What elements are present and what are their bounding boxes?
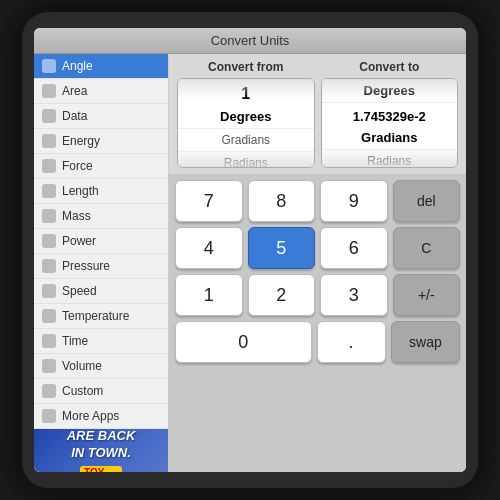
area-icon: [42, 84, 56, 98]
to-unit-selected: Gradians: [322, 126, 458, 150]
key-del[interactable]: del: [393, 180, 461, 222]
from-option-2: Radians: [178, 152, 314, 168]
to-picker[interactable]: Degrees 1.745329e-2 Gradians Radians: [321, 78, 459, 168]
sidebar-item-data[interactable]: Data: [34, 104, 168, 129]
key----[interactable]: +/-: [393, 274, 461, 316]
sidebar-ad[interactable]: THE TOYSARE BACKIN TOWN. TOYSTORY: [34, 429, 168, 472]
convert-to-label: Convert to: [321, 60, 459, 74]
key-swap[interactable]: swap: [391, 321, 460, 363]
force-icon: [42, 159, 56, 173]
sidebar-label-force: Force: [62, 159, 93, 173]
sidebar-label-pressure: Pressure: [62, 259, 110, 273]
key-0[interactable]: 0: [175, 321, 312, 363]
key-3[interactable]: 3: [320, 274, 388, 316]
sidebar-label-more: More Apps: [62, 409, 119, 423]
title-bar: Convert Units: [34, 28, 466, 54]
keypad-row-0: 789del: [175, 180, 460, 222]
ipad-frame: Convert Units AngleAreaDataEnergyForceLe…: [20, 10, 480, 490]
key-C[interactable]: C: [393, 227, 461, 269]
sidebar-item-temperature[interactable]: Temperature: [34, 304, 168, 329]
temperature-icon: [42, 309, 56, 323]
time-icon: [42, 334, 56, 348]
volume-icon: [42, 359, 56, 373]
more-icon: [42, 409, 56, 423]
key-7[interactable]: 7: [175, 180, 243, 222]
length-icon: [42, 184, 56, 198]
from-option-1: Gradians: [178, 129, 314, 152]
keypad: 789del456C123+/-0.swap: [169, 174, 466, 472]
sidebar-item-length[interactable]: Length: [34, 179, 168, 204]
key-5[interactable]: 5: [248, 227, 316, 269]
sidebar-item-power[interactable]: Power: [34, 229, 168, 254]
keypad-row-2: 123+/-: [175, 274, 460, 316]
mass-icon: [42, 209, 56, 223]
keypad-row-1: 456C: [175, 227, 460, 269]
sidebar-item-force[interactable]: Force: [34, 154, 168, 179]
custom-icon: [42, 384, 56, 398]
sidebar-label-area: Area: [62, 84, 87, 98]
sidebar-label-data: Data: [62, 109, 87, 123]
key-2[interactable]: 2: [248, 274, 316, 316]
key-1[interactable]: 1: [175, 274, 243, 316]
key-4[interactable]: 4: [175, 227, 243, 269]
sidebar-item-pressure[interactable]: Pressure: [34, 254, 168, 279]
from-value: 1: [178, 79, 314, 105]
ad-badge: TOYSTORY: [80, 466, 122, 472]
right-panel: Convert from Convert to 1 Degrees Gradia…: [169, 54, 466, 472]
converter-inputs: 1 Degrees Gradians Radians Degrees 1.745…: [169, 78, 466, 174]
from-unit-selected: Degrees: [178, 105, 314, 129]
sidebar-label-length: Length: [62, 184, 99, 198]
key-6[interactable]: 6: [320, 227, 388, 269]
sidebar-label-mass: Mass: [62, 209, 91, 223]
sidebar-item-mass[interactable]: Mass: [34, 204, 168, 229]
to-unit-top: Degrees: [322, 79, 458, 103]
sidebar-label-time: Time: [62, 334, 88, 348]
sidebar-label-power: Power: [62, 234, 96, 248]
to-option-1: Radians: [322, 150, 458, 168]
key--[interactable]: .: [317, 321, 386, 363]
sidebar-item-time[interactable]: Time: [34, 329, 168, 354]
from-picker[interactable]: 1 Degrees Gradians Radians: [177, 78, 315, 168]
pressure-icon: [42, 259, 56, 273]
keypad-row-3: 0.swap: [175, 321, 460, 363]
energy-icon: [42, 134, 56, 148]
data-icon: [42, 109, 56, 123]
sidebar-item-speed[interactable]: Speed: [34, 279, 168, 304]
sidebar-item-area[interactable]: Area: [34, 79, 168, 104]
main-content: AngleAreaDataEnergyForceLengthMassPowerP…: [34, 54, 466, 472]
speed-icon: [42, 284, 56, 298]
sidebar-label-angle: Angle: [62, 59, 93, 73]
sidebar-item-more[interactable]: More Apps: [34, 404, 168, 429]
sidebar-label-custom: Custom: [62, 384, 103, 398]
sidebar-label-energy: Energy: [62, 134, 100, 148]
ad-text: THE TOYSARE BACKIN TOWN.: [67, 429, 136, 462]
sidebar-item-volume[interactable]: Volume: [34, 354, 168, 379]
angle-icon: [42, 59, 56, 73]
sidebar-item-angle[interactable]: Angle: [34, 54, 168, 79]
sidebar-label-speed: Speed: [62, 284, 97, 298]
title-label: Convert Units: [211, 33, 290, 48]
power-icon: [42, 234, 56, 248]
sidebar-item-custom[interactable]: Custom: [34, 379, 168, 404]
ipad-screen: Convert Units AngleAreaDataEnergyForceLe…: [34, 28, 466, 472]
key-9[interactable]: 9: [320, 180, 388, 222]
key-8[interactable]: 8: [248, 180, 316, 222]
convert-from-label: Convert from: [177, 60, 315, 74]
to-value: 1.745329e-2: [322, 103, 458, 126]
sidebar-label-volume: Volume: [62, 359, 102, 373]
sidebar-item-energy[interactable]: Energy: [34, 129, 168, 154]
converter-header: Convert from Convert to: [169, 54, 466, 78]
sidebar-label-temperature: Temperature: [62, 309, 129, 323]
sidebar: AngleAreaDataEnergyForceLengthMassPowerP…: [34, 54, 169, 472]
